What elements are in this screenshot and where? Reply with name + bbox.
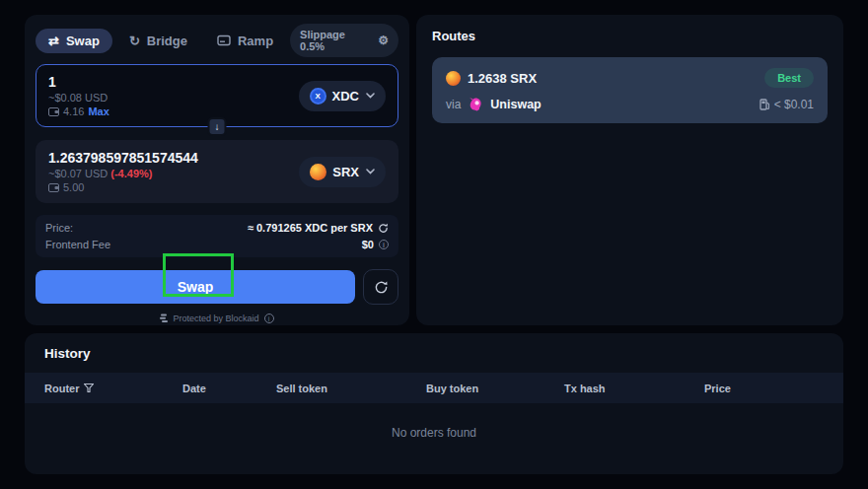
swap-arrows-icon: ⇄ (48, 35, 59, 47)
protected-label: Protected by Blockaid (173, 314, 258, 323)
frontend-fee-value: $0 (362, 239, 374, 250)
sell-amount-input[interactable]: 1 (48, 74, 109, 90)
tab-bridge[interactable]: ↻ Bridge (116, 29, 200, 53)
refresh-icon (374, 280, 389, 295)
srx-token-icon (310, 164, 326, 180)
info-icon: i (264, 314, 274, 323)
empty-state-text: No orders found (25, 426, 843, 440)
tab-ramp[interactable]: Ramp (204, 29, 286, 53)
column-sell-token: Sell token (276, 383, 426, 394)
tab-ramp-label: Ramp (238, 34, 273, 48)
uniswap-icon (468, 97, 483, 112)
refresh-quote-button[interactable] (363, 269, 398, 305)
tab-swap[interactable]: ⇄ Swap (36, 29, 112, 53)
sell-token-symbol: XDC (332, 89, 359, 104)
history-table-header: Router Date Sell token Buy token Tx hash… (25, 373, 843, 403)
info-icon: i (379, 240, 389, 249)
card-icon (217, 35, 231, 46)
gas-icon (760, 99, 770, 110)
buy-token-symbol: SRX (332, 165, 359, 179)
buy-amount-input[interactable]: 1.263798597851574544 (48, 150, 198, 166)
frontend-fee-label: Frontend Fee (45, 239, 110, 250)
sell-input-panel: 1 ~$0.08 USD 4.16 Max X XDC ↓ (36, 64, 398, 127)
slippage-button[interactable]: Slippage 0.5% ⚙ (290, 24, 398, 57)
max-button[interactable]: Max (88, 105, 108, 117)
column-router[interactable]: Router (44, 383, 182, 394)
buy-usd-value: ~$0.07 USD (48, 168, 108, 179)
column-date: Date (182, 383, 276, 394)
bridge-refresh-icon: ↻ (129, 35, 140, 47)
gear-icon: ⚙ (378, 35, 389, 46)
route-option[interactable]: 1.2638 SRX Best via Uniswap < $0.01 (432, 57, 828, 123)
tab-bridge-label: Bridge (147, 34, 187, 48)
buy-balance: 5.00 (63, 181, 84, 193)
best-badge: Best (764, 68, 814, 88)
routes-title: Routes (432, 29, 828, 43)
buy-input-panel: 1.263798597851574544 ~$0.07 USD (-4.49%)… (36, 140, 398, 203)
swap-details: Price: ≈ 0.791265 XDC per SRX Frontend F… (36, 215, 398, 257)
refresh-price-icon[interactable] (378, 223, 389, 234)
price-impact: (-4.49%) (110, 168, 152, 179)
swap-panel: ⇄ Swap ↻ Bridge Ramp Slippage 0.5% ⚙ 1 ~… (25, 15, 409, 325)
tab-swap-label: Swap (66, 34, 100, 48)
routes-panel: Routes 1.2638 SRX Best via Uniswap < $0.… (416, 15, 843, 325)
wallet-icon (48, 107, 59, 116)
buy-token-selector[interactable]: SRX (299, 157, 386, 187)
sell-usd-value: ~$0.08 USD (48, 92, 109, 104)
via-label: via (446, 98, 461, 111)
chevron-down-icon (366, 169, 375, 175)
mode-tabs: ⇄ Swap ↻ Bridge Ramp Slippage 0.5% ⚙ (36, 28, 398, 53)
route-provider: Uniswap (490, 98, 541, 111)
column-price: Price (704, 383, 824, 394)
history-title: History (25, 346, 843, 361)
route-gas-cost: < $0.01 (774, 98, 814, 111)
slippage-label: Slippage 0.5% (300, 29, 372, 52)
sell-balance: 4.16 (63, 105, 84, 117)
swap-button[interactable]: Swap (36, 270, 355, 304)
swap-direction-button[interactable]: ↓ (208, 117, 227, 136)
column-tx-hash: Tx hash (564, 383, 704, 394)
wallet-icon (48, 183, 59, 192)
chevron-down-icon (366, 93, 375, 99)
price-label: Price: (45, 222, 73, 234)
sell-token-selector[interactable]: X XDC (299, 81, 386, 111)
column-buy-token: Buy token (426, 383, 564, 394)
xdc-token-icon: X (310, 88, 326, 105)
filter-icon[interactable] (84, 384, 94, 392)
route-amount: 1.2638 SRX (468, 71, 537, 86)
srx-token-icon (446, 71, 461, 86)
blockaid-shield-icon (160, 314, 168, 323)
price-value: ≈ 0.791265 XDC per SRX (248, 222, 373, 234)
history-panel: History Router Date Sell token Buy token… (25, 333, 843, 474)
